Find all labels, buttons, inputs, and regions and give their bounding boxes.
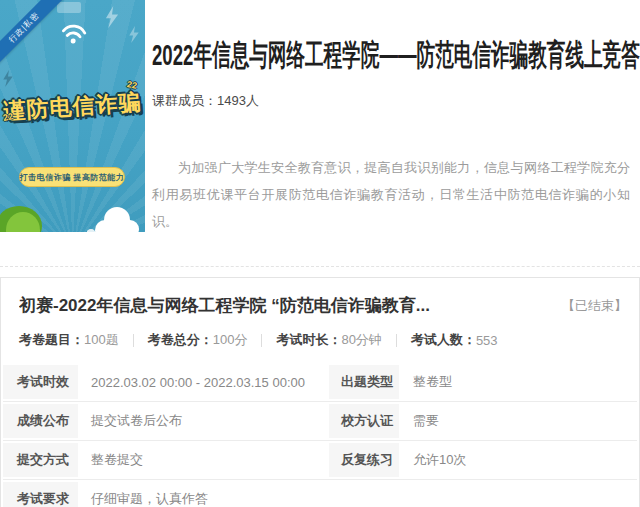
table-row: 提交方式 整卷提交 反复练习 允许10次 — [3, 440, 637, 479]
stat-total-score-label: 考卷总分： — [148, 331, 213, 349]
course-members: 课群成员：1493人 — [152, 92, 259, 110]
detail-label-question-type: 出题类型 — [329, 365, 399, 399]
stat-participants-value: 553 — [476, 333, 498, 348]
detail-label-requirements: 考试要求 — [3, 482, 78, 507]
detail-label-score-release: 成绩公布 — [3, 404, 78, 438]
course-members-value: 1493人 — [217, 93, 259, 108]
stats-divider — [133, 334, 134, 347]
wifi-icon — [59, 20, 89, 47]
detail-value-question-type: 整卷型 — [399, 363, 637, 401]
cover-top-tag — [57, 2, 81, 13]
lightning-icon — [104, 6, 120, 28]
detail-value-submit-mode: 整卷提交 — [78, 441, 329, 479]
stat-participants-label: 考试人数： — [411, 331, 476, 349]
cloud-icon — [87, 200, 143, 232]
stat-questions-value: 100题 — [84, 331, 119, 349]
stats-divider — [261, 334, 262, 347]
detail-value-exam-period: 2022.03.02 00:00 - 2022.03.15 00:00 — [78, 363, 329, 401]
detail-value-requirements: 仔细审题，认真作答 — [78, 480, 637, 507]
table-row: 成绩公布 提交试卷后公布 校方认证 需要 — [3, 401, 637, 440]
cover-decor-22-right: 22 — [126, 79, 138, 91]
stat-total-score-value: 100分 — [213, 331, 248, 349]
detail-value-retry: 允许10次 — [399, 441, 637, 479]
detail-label-retry: 反复练习 — [329, 443, 399, 477]
exam-stats-row: 考卷题目：100题 考卷总分：100分 考试时长：80分钟 考试人数：553 — [19, 331, 621, 349]
cover-slogan-pill-label: 打击电信诈骗 提高防范能力 — [20, 172, 125, 183]
stat-questions-label: 考卷题目： — [19, 331, 84, 349]
detail-value-school-verify: 需要 — [399, 402, 637, 440]
section-divider — [0, 266, 640, 267]
table-row: 考试时效 2022.03.02 00:00 - 2022.03.15 00:00… — [3, 363, 637, 401]
cover-slogan-pill: 打击电信诈骗 提高防范能力 — [19, 167, 125, 187]
detail-label-exam-period: 考试时效 — [3, 365, 78, 399]
exam-card-header: 初赛-2022年信息与网络工程学院 “防范电信诈骗教育... 【已结束】 — [19, 294, 627, 317]
lightning-icon — [2, 70, 14, 87]
course-cover-image: 行政|私密 谨防电信诈骗 22 22 打击电信诈骗 提高防范能力 — [0, 0, 145, 232]
detail-value-score-release: 提交试卷后公布 — [78, 402, 329, 440]
stat-duration-value: 80分钟 — [341, 331, 381, 349]
exam-status-badge: 【已结束】 — [562, 297, 627, 315]
table-row: 考试要求 仔细审题，认真作答 — [3, 479, 637, 507]
stat-duration-label: 考试时长： — [276, 331, 341, 349]
course-title: 2022年信息与网络工程学院——防范电信诈骗教育线上竞答 — [152, 33, 453, 77]
exam-detail-table: 考试时效 2022.03.02 00:00 - 2022.03.15 00:00… — [1, 363, 639, 507]
stats-divider — [396, 334, 397, 347]
lightning-icon — [128, 26, 140, 43]
detail-label-submit-mode: 提交方式 — [3, 443, 78, 477]
exam-title[interactable]: 初赛-2022年信息与网络工程学院 “防范电信诈骗教育... — [19, 294, 430, 317]
course-members-label: 课群成员： — [152, 93, 217, 108]
detail-label-school-verify: 校方认证 — [329, 404, 399, 438]
course-description: 为加强广大学生安全教育意识，提高自我识别能力，信息与网络工程学院充分利用易班优课… — [152, 154, 630, 235]
exam-card[interactable]: 初赛-2022年信息与网络工程学院 “防范电信诈骗教育... 【已结束】 考卷题… — [0, 277, 640, 507]
cover-decor-22-left: 22 — [2, 111, 14, 123]
